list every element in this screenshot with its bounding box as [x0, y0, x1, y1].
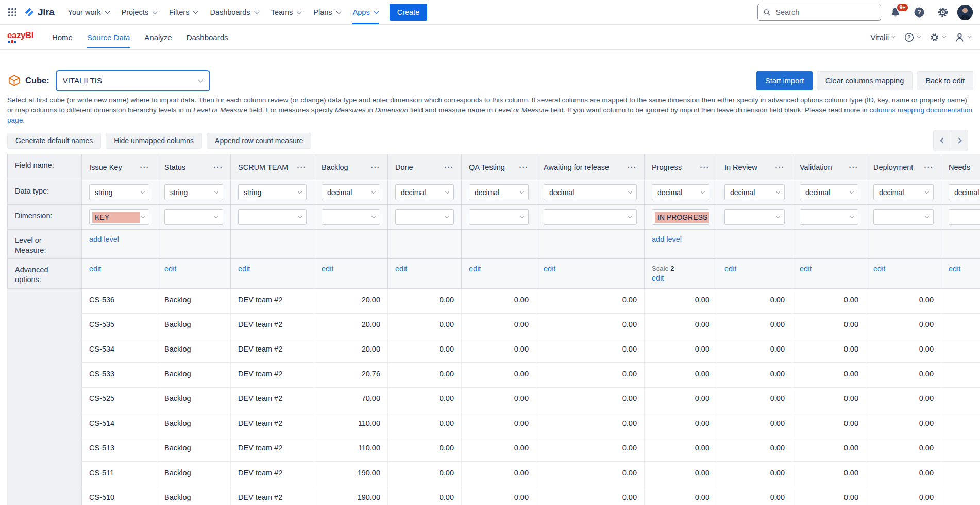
data-type-select[interactable]: decimal: [395, 184, 454, 200]
edit-advanced-options-link[interactable]: edit: [469, 265, 481, 273]
column-name: Awaiting for release: [544, 163, 609, 171]
edit-advanced-options-link[interactable]: edit: [544, 265, 555, 273]
hide-unmapped-columns-button[interactable]: Hide unmapped columns: [106, 133, 202, 149]
edit-advanced-options-link[interactable]: edit: [949, 265, 960, 273]
dimension-combobox[interactable]: [724, 209, 785, 225]
chevron-down-icon: [193, 9, 198, 14]
eazybi-help-menu[interactable]: ?: [904, 32, 920, 42]
edit-advanced-options-link[interactable]: edit: [238, 265, 250, 273]
column-more-button[interactable]: ···: [516, 163, 529, 171]
column-more-button[interactable]: ···: [368, 163, 381, 171]
data-type-select[interactable]: decimal: [800, 184, 858, 200]
add-level-link[interactable]: add level: [652, 235, 682, 243]
jira-nav-item-dashboards[interactable]: Dashboards: [204, 0, 264, 24]
back-to-edit-button[interactable]: Back to edit: [917, 71, 973, 90]
account-menu[interactable]: Vitalii: [870, 33, 895, 42]
jira-nav-item-projects[interactable]: Projects: [115, 0, 163, 24]
level-cell-qa-testing: [462, 230, 536, 259]
data-type-select[interactable]: decimal: [949, 184, 980, 200]
column-more-button[interactable]: ···: [294, 163, 307, 171]
edit-advanced-options-link[interactable]: edit: [873, 265, 885, 273]
jira-logo[interactable]: Jira: [24, 7, 55, 18]
eazybi-nav-item-source-data[interactable]: Source Data: [80, 25, 137, 49]
next-columns-button[interactable]: [951, 130, 968, 151]
settings-button[interactable]: [934, 4, 952, 21]
data-type-select[interactable]: string: [238, 184, 307, 200]
eazybi-nav-item-analyze[interactable]: Analyze: [137, 25, 179, 49]
dimension-combobox[interactable]: [469, 209, 529, 225]
eazybi-settings-menu[interactable]: [930, 32, 945, 42]
dimension-combobox[interactable]: [395, 209, 454, 225]
search-input[interactable]: [774, 8, 875, 17]
dimension-combobox[interactable]: [544, 209, 637, 225]
column-more-button[interactable]: ···: [772, 163, 785, 171]
dimension-combobox[interactable]: [164, 209, 223, 225]
notifications-button[interactable]: 9+: [886, 4, 905, 21]
data-type-value: string: [170, 188, 188, 197]
level-cell-backlog: [314, 230, 388, 259]
help-button[interactable]: ?: [910, 4, 928, 21]
data-cell: 0.00: [792, 388, 866, 412]
jira-nav-item-plans[interactable]: Plans: [307, 0, 346, 24]
add-level-link[interactable]: add level: [89, 235, 119, 243]
cube-name-combobox[interactable]: VITALII TIS: [56, 70, 210, 91]
data-type-select[interactable]: string: [164, 184, 223, 200]
dimension-combobox[interactable]: [949, 209, 980, 225]
eazybi-user-menu[interactable]: [955, 32, 971, 42]
field-name-cell-validation: Validation···: [792, 154, 866, 180]
data-type-value: string: [244, 188, 261, 197]
column-more-button[interactable]: ···: [697, 163, 710, 171]
data-type-value: decimal: [475, 188, 499, 197]
search-box[interactable]: [757, 4, 881, 21]
edit-advanced-options-link[interactable]: edit: [395, 265, 407, 273]
clear-columns-mapping-button[interactable]: Clear columns mapping: [817, 71, 913, 90]
app-switcher-button[interactable]: [4, 5, 21, 20]
data-cell: DEV team #2: [231, 486, 314, 505]
edit-advanced-options-link[interactable]: edit: [322, 265, 333, 273]
chevron-down-icon: [925, 214, 929, 218]
column-more-button[interactable]: ···: [624, 163, 637, 171]
column-more-button[interactable]: ···: [921, 163, 934, 171]
jira-nav-item-teams[interactable]: Teams: [265, 0, 308, 24]
data-type-select[interactable]: decimal: [322, 184, 380, 200]
data-type-select[interactable]: decimal: [873, 184, 934, 200]
field-header: QA Testing···: [469, 163, 529, 171]
jira-nav-item-apps[interactable]: Apps: [347, 0, 384, 24]
data-type-select[interactable]: decimal: [652, 184, 709, 200]
dimension-combobox[interactable]: [800, 209, 858, 225]
nav-item-label: Projects: [122, 8, 148, 16]
column-more-button[interactable]: ···: [442, 163, 454, 171]
data-cell: DEV team #2: [231, 462, 314, 486]
dimension-combobox[interactable]: IN PROGRESS: [652, 209, 709, 225]
data-type-select[interactable]: decimal: [724, 184, 785, 200]
column-more-button[interactable]: ···: [846, 163, 859, 171]
columns-mapping-table-wrap: Field name:Issue Key···Status···SCRUM TE…: [7, 154, 980, 505]
edit-advanced-options-link[interactable]: edit: [724, 265, 736, 273]
generate-default-names-button[interactable]: Generate default names: [7, 133, 101, 149]
data-type-select[interactable]: decimal: [544, 184, 637, 200]
data-type-select[interactable]: decimal: [469, 184, 529, 200]
jira-nav-item-your-work[interactable]: Your work: [62, 0, 115, 24]
append-row-count-measure-button[interactable]: Append row count measure: [207, 133, 311, 149]
edit-advanced-options-link[interactable]: edit: [800, 265, 812, 273]
create-button[interactable]: Create: [390, 4, 428, 21]
edit-advanced-options-link[interactable]: edit: [652, 274, 664, 282]
data-type-select[interactable]: string: [89, 184, 149, 200]
column-more-button[interactable]: ···: [137, 163, 150, 171]
eazybi-nav-item-home[interactable]: Home: [45, 25, 80, 49]
edit-advanced-options-link[interactable]: edit: [89, 265, 101, 273]
eazybi-logo[interactable]: eazyBI: [7, 31, 33, 43]
prev-columns-button[interactable]: [934, 130, 951, 151]
data-cell: [941, 388, 980, 412]
jira-nav-item-filters[interactable]: Filters: [163, 0, 204, 24]
eazybi-nav-item-dashboards[interactable]: Dashboards: [179, 25, 235, 49]
dimension-combobox[interactable]: [873, 209, 934, 225]
dimension-combobox[interactable]: KEY: [89, 209, 149, 225]
start-import-button[interactable]: Start import: [756, 71, 813, 90]
edit-advanced-options-link[interactable]: edit: [164, 265, 176, 273]
data-type-cell-progress: decimal: [645, 180, 717, 205]
dimension-combobox[interactable]: [322, 209, 380, 225]
user-avatar[interactable]: [957, 5, 973, 20]
dimension-combobox[interactable]: [238, 209, 307, 225]
column-more-button[interactable]: ···: [211, 163, 224, 171]
